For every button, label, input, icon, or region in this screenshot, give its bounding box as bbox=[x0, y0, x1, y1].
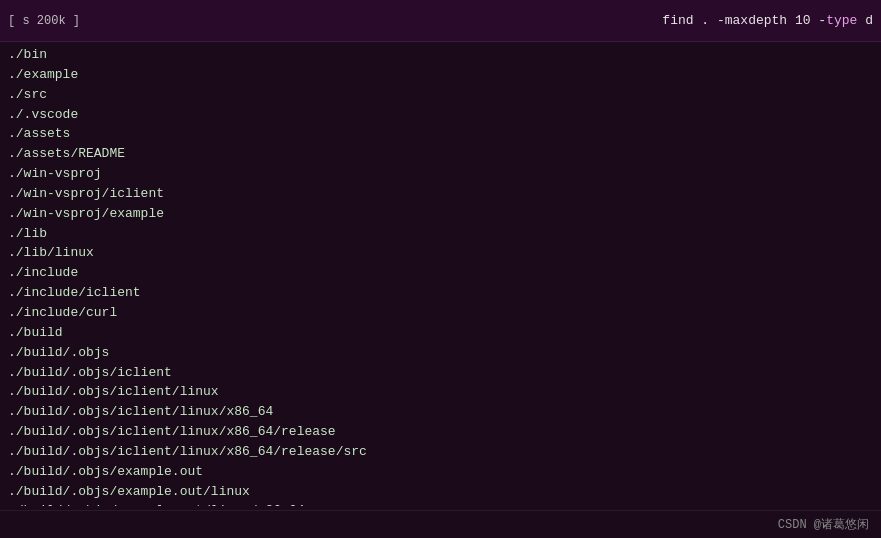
type-keyword: type bbox=[826, 13, 857, 28]
list-item: ./win-vsproj/example bbox=[8, 205, 873, 224]
list-item: ./build/.objs/iclient/linux/x86_64/relea… bbox=[8, 423, 873, 442]
left-panel[interactable]: ./bin ./example ./src ./.vscode ./assets… bbox=[0, 42, 881, 510]
list-item: ./src bbox=[8, 86, 873, 105]
list-item: ./build/.objs/iclient/linux/x86_64 bbox=[8, 403, 873, 422]
list-item: ./assets bbox=[8, 125, 873, 144]
top-bar-left: [ s 200k ] bbox=[8, 14, 296, 28]
list-item: ./include bbox=[8, 264, 873, 283]
list-item: ./build/.objs/example.out bbox=[8, 463, 873, 482]
list-item: ./.vscode bbox=[8, 106, 873, 125]
list-item: ./build/.objs/iclient/linux bbox=[8, 383, 873, 402]
list-item: ./bin bbox=[8, 46, 873, 65]
size-indicator: [ s 200k ] bbox=[8, 14, 80, 28]
list-item: ./build/.objs/iclient/linux/x86_64/relea… bbox=[8, 443, 873, 462]
list-item: ./win-vsproj/iclient bbox=[8, 185, 873, 204]
directory-list: ./bin ./example ./src ./.vscode ./assets… bbox=[8, 46, 873, 506]
top-bar-right: find . -maxdepth 10 -type d bbox=[585, 13, 873, 28]
top-bar: [ s 200k ] find . -maxdepth 10 -type d bbox=[0, 0, 881, 42]
watermark: CSDN @诸葛悠闲 bbox=[778, 516, 869, 533]
list-item: ./lib bbox=[8, 225, 873, 244]
list-item: ./win-vsproj bbox=[8, 165, 873, 184]
list-item: ./lib/linux bbox=[8, 244, 873, 263]
find-command-top: find . -maxdepth 10 -type d bbox=[662, 13, 873, 28]
main-content: ./bin ./example ./src ./.vscode ./assets… bbox=[0, 42, 881, 510]
list-item: ./assets/README bbox=[8, 145, 873, 164]
watermark-text: CSDN @诸葛悠闲 bbox=[778, 516, 869, 533]
list-item: ./include/iclient bbox=[8, 284, 873, 303]
list-item: ./build bbox=[8, 324, 873, 343]
list-item: ./build/.objs/example.out/linux/x86_64 bbox=[8, 502, 873, 506]
list-item: ./include/curl bbox=[8, 304, 873, 323]
list-item: ./example bbox=[8, 66, 873, 85]
list-item: ./build/.objs bbox=[8, 344, 873, 363]
terminal-window: [ s 200k ] find . -maxdepth 10 -type d .… bbox=[0, 0, 881, 538]
list-item: ./build/.objs/iclient bbox=[8, 364, 873, 383]
bottom-bar: CSDN @诸葛悠闲 bbox=[0, 510, 881, 538]
list-item: ./build/.objs/example.out/linux bbox=[8, 483, 873, 502]
